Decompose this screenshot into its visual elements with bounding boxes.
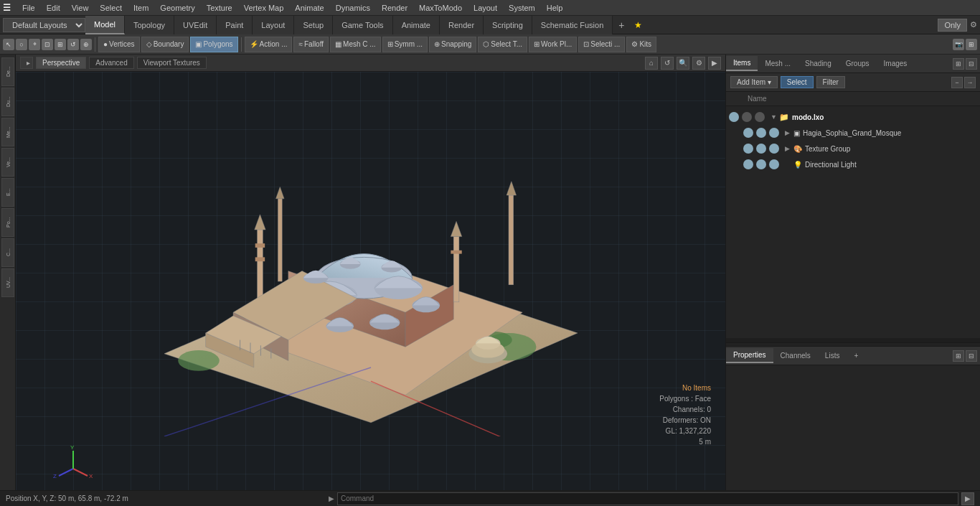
viewport-rotate-icon[interactable]: ↺: [661, 57, 674, 70]
sidebar-btn-uv[interactable]: UV...: [1, 268, 14, 297]
layout-tab-setup[interactable]: Setup: [294, 16, 333, 34]
expand-hagia-icon[interactable]: ▶: [785, 129, 792, 136]
layout-tab-scripting[interactable]: Scripting: [484, 16, 532, 34]
visibility-lock-modo[interactable]: [755, 112, 765, 122]
props-collapse-icon[interactable]: ⊟: [966, 350, 977, 362]
menu-texture[interactable]: Texture: [201, 2, 238, 14]
boundary-button[interactable]: ◇ Boundary: [141, 37, 189, 52]
viewport-toggle[interactable]: ▸: [20, 57, 33, 69]
menu-dynamics[interactable]: Dynamics: [330, 2, 376, 14]
work-pl-button[interactable]: ⊞ Work Pl...: [529, 37, 577, 52]
viewport-zoom-icon[interactable]: 🔍: [677, 57, 689, 70]
sidebar-btn-du[interactable]: Du...: [1, 88, 14, 116]
transform-icon[interactable]: ↖: [3, 39, 14, 50]
sidebar-btn-me[interactable]: Me...: [1, 118, 14, 146]
visibility-render-modo[interactable]: [742, 112, 752, 122]
sidebar-btn-c[interactable]: C...: [1, 238, 14, 267]
visibility-render-texgrp[interactable]: [756, 144, 766, 154]
tree-item-modo-lxo[interactable]: ▼ 📁 modo.lxo: [726, 109, 980, 125]
viewport-tab-advanced[interactable]: Advanced: [89, 57, 133, 69]
menu-item[interactable]: Item: [128, 2, 154, 14]
visibility-toggle-texgrp[interactable]: [743, 144, 753, 154]
camera-icon[interactable]: 📷: [953, 39, 964, 50]
symm-button[interactable]: ⊞ Symm ...: [382, 37, 428, 52]
sidebar-btn-e[interactable]: E...: [1, 178, 14, 207]
visibility-toggle-hagia[interactable]: [743, 128, 753, 138]
layout-tab-paint[interactable]: Paint: [217, 16, 253, 34]
collapse-panel-icon[interactable]: ⊟: [966, 58, 977, 70]
rotate-icon[interactable]: ↺: [67, 39, 79, 50]
menu-edit[interactable]: Edit: [41, 2, 66, 14]
layout-tab-animate[interactable]: Animate: [393, 16, 440, 34]
action-button[interactable]: ⚡ Action ...: [245, 37, 293, 52]
tab-add-props[interactable]: +: [847, 349, 865, 362]
tab-groups[interactable]: Groups: [839, 57, 877, 70]
viewport-tab-perspective[interactable]: Perspective: [36, 57, 86, 69]
menu-system[interactable]: System: [503, 2, 541, 14]
menu-geometry[interactable]: Geometry: [154, 2, 200, 14]
visibility-toggle-modo[interactable]: [729, 112, 739, 122]
star-button[interactable]: ★: [630, 19, 646, 32]
viewport-home-icon[interactable]: ⌂: [645, 57, 658, 70]
sidebar-btn-po[interactable]: Po...: [1, 208, 14, 237]
sidebar-btn-ve[interactable]: Ve...: [1, 148, 14, 177]
visibility-lock-texgrp[interactable]: [769, 144, 779, 154]
menu-vertex-map[interactable]: Vertex Map: [238, 2, 290, 14]
command-input[interactable]: [337, 492, 958, 505]
only-button[interactable]: Only: [938, 19, 967, 32]
tree-item-hagia[interactable]: ▶ ▣ Hagia_Sophia_Grand_Mosque: [726, 125, 980, 141]
add-layout-button[interactable]: +: [613, 18, 630, 32]
command-go-button[interactable]: ▶: [961, 492, 974, 505]
tab-lists[interactable]: Lists: [818, 349, 847, 362]
items-minus-icon[interactable]: −: [951, 77, 963, 88]
falloff-button[interactable]: ≈ Falloff: [293, 37, 329, 52]
lasso-icon[interactable]: ⌖: [29, 39, 40, 50]
expand-panel-icon[interactable]: ⊞: [953, 58, 964, 70]
layout-settings-icon[interactable]: ⚙: [967, 19, 980, 31]
visibility-lock-light[interactable]: [769, 159, 779, 169]
visibility-toggle-light[interactable]: [743, 159, 753, 169]
expand-icon[interactable]: ▼: [771, 113, 778, 121]
menu-maxtomodo[interactable]: MaxToModo: [413, 2, 468, 14]
sidebar-btn-de[interactable]: De...: [1, 57, 14, 86]
visibility-lock-hagia[interactable]: [769, 128, 779, 138]
polygons-button[interactable]: ▣ Polygons: [190, 37, 237, 52]
props-expand-icon[interactable]: ⊞: [953, 350, 964, 362]
viewport-tab-textures[interactable]: Viewport Textures: [137, 57, 207, 69]
menu-animate[interactable]: Animate: [289, 2, 329, 14]
tab-mesh[interactable]: Mesh ...: [758, 57, 798, 70]
layout-tab-layout[interactable]: Layout: [253, 16, 294, 34]
tab-items[interactable]: Items: [726, 56, 758, 71]
filter-button[interactable]: Filter: [816, 76, 845, 88]
vertices-button[interactable]: ● Vertices: [98, 37, 140, 52]
select-t-button[interactable]: ⬡ Select T...: [478, 37, 527, 52]
layout-tab-model[interactable]: Model: [85, 16, 125, 34]
visibility-render-light[interactable]: [756, 159, 766, 169]
viewport-settings-icon[interactable]: ⚙: [692, 57, 705, 70]
selecti-button[interactable]: ⊡ Selecti ...: [578, 37, 625, 52]
items-tree[interactable]: ▼ 📁 modo.lxo ▶ ▣ Hagia_Sophia_Grand_Mosq…: [726, 106, 980, 338]
layout-tab-schematic[interactable]: Schematic Fusion: [532, 16, 613, 34]
tree-item-dir-light[interactable]: 💡 Directional Light: [726, 156, 980, 172]
visibility-render-hagia[interactable]: [756, 128, 766, 138]
layout-tab-topology[interactable]: Topology: [125, 16, 174, 34]
mesh-c-button[interactable]: ▦ Mesh C ...: [330, 37, 381, 52]
tab-shading[interactable]: Shading: [798, 57, 839, 70]
menu-select[interactable]: Select: [94, 2, 128, 14]
tab-channels[interactable]: Channels: [773, 349, 818, 362]
layout-tab-render[interactable]: Render: [440, 16, 484, 34]
menu-layout[interactable]: Layout: [468, 2, 503, 14]
expand-texgrp-icon[interactable]: ▶: [785, 145, 792, 152]
kits-button[interactable]: ⚙ Kits: [626, 37, 656, 52]
marquee-icon[interactable]: ⊡: [42, 39, 53, 50]
fullscreen-icon[interactable]: ⊞: [966, 39, 977, 50]
select-button[interactable]: Select: [781, 76, 814, 88]
menu-help[interactable]: Help: [541, 2, 569, 14]
layout-tab-uvedit[interactable]: UVEdit: [174, 16, 217, 34]
layout-dropdown[interactable]: Default Layouts: [3, 18, 85, 32]
menu-view[interactable]: View: [66, 2, 95, 14]
add-item-button[interactable]: Add Item ▾: [730, 76, 778, 88]
globe-icon[interactable]: ○: [16, 39, 27, 50]
tree-item-texture-group[interactable]: ▶ 🎨 Texture Group: [726, 141, 980, 156]
snapping-button[interactable]: ⊕ Snapping: [429, 37, 476, 52]
